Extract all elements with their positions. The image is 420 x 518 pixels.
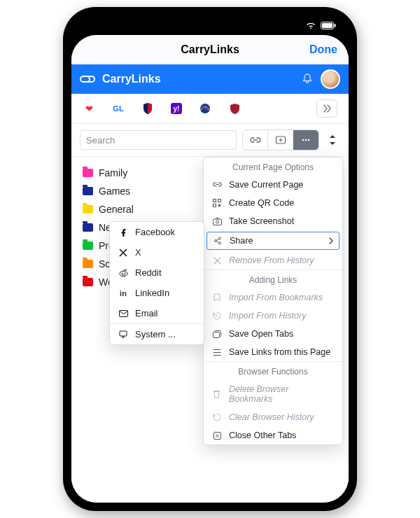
close-tabs-icon <box>212 432 222 440</box>
qr-icon <box>212 199 222 207</box>
share-facebook[interactable]: Facebook <box>110 222 204 242</box>
app-title: CarryLinks <box>102 73 161 85</box>
svg-rect-2 <box>335 24 336 27</box>
svg-rect-12 <box>213 219 221 225</box>
folder-icon <box>83 205 93 214</box>
svg-rect-18 <box>214 332 220 337</box>
svg-rect-10 <box>214 204 216 207</box>
more-button[interactable] <box>293 130 318 150</box>
more-menu: Current Page Options Save Current Page C… <box>203 157 343 445</box>
system-share-icon <box>118 330 128 338</box>
folder-label: Games <box>99 186 130 197</box>
svg-point-13 <box>216 220 218 223</box>
menu-section-current: Current Page Options <box>204 158 342 176</box>
svg-point-5 <box>302 139 304 141</box>
facebook-icon <box>118 228 128 237</box>
svg-point-23 <box>125 269 127 270</box>
list-icon <box>212 349 222 356</box>
fav-heart-icon[interactable]: ❤ <box>83 102 95 115</box>
expand-favorites-button[interactable] <box>316 99 337 118</box>
fav-yahoo-icon[interactable]: y! <box>171 103 182 114</box>
tabs-icon <box>212 330 222 338</box>
share-icon <box>213 237 223 245</box>
app-header: CarryLinks <box>71 64 349 94</box>
camera-icon <box>212 218 222 225</box>
folder-icon <box>83 241 93 250</box>
menu-section-browser: Browser Functions <box>204 362 342 380</box>
phone-frame: CarryLinks Done CarryLinks ❤ GL y! <box>63 7 357 511</box>
email-icon <box>118 310 128 317</box>
menu-delete-bookmarks: Delete Browser Bookmarks <box>204 380 342 408</box>
menu-close-other-tabs[interactable]: Close Other Tabs <box>204 426 342 444</box>
share-reddit[interactable]: Reddit <box>110 262 204 283</box>
menu-screenshot[interactable]: Take Screenshot <box>204 212 342 230</box>
toolbar-button-group <box>242 130 319 150</box>
svg-rect-25 <box>120 331 127 336</box>
menu-create-qr[interactable]: Create QR Code <box>204 194 342 212</box>
search-input[interactable]: Search <box>80 130 237 150</box>
svg-point-21 <box>121 272 122 274</box>
content-area: FamilyGamesGeneralNewsProSchWo Current P… <box>71 157 349 503</box>
share-email[interactable]: Email <box>110 303 204 323</box>
ios-navbar: CarryLinks Done <box>71 35 349 64</box>
folder-icon <box>83 169 93 177</box>
history-icon <box>212 413 222 421</box>
history-icon <box>212 312 222 320</box>
menu-section-adding: Adding Links <box>204 270 342 288</box>
folder-label: Family <box>99 167 127 178</box>
fav-harvard-icon[interactable] <box>228 102 241 115</box>
folder-icon <box>83 223 93 232</box>
svg-rect-9 <box>218 200 221 202</box>
menu-clear-history: Clear Browser History <box>204 408 342 426</box>
link-icon <box>212 181 222 190</box>
x-logo-icon <box>118 248 128 257</box>
svg-rect-1 <box>322 23 332 28</box>
folder-icon <box>83 187 93 195</box>
battery-icon <box>321 22 336 29</box>
screen: CarryLinks Done CarryLinks ❤ GL y! <box>71 35 349 503</box>
reddit-icon <box>118 269 128 277</box>
bookmark-icon <box>212 293 222 302</box>
x-icon <box>212 257 222 265</box>
fav-nfl-icon[interactable] <box>141 102 154 115</box>
svg-point-22 <box>124 272 125 274</box>
notifications-icon[interactable] <box>301 73 314 85</box>
toolbar: Search <box>71 124 349 157</box>
wifi-icon <box>305 21 316 29</box>
svg-point-7 <box>308 139 310 141</box>
folder-icon <box>83 278 93 286</box>
svg-point-6 <box>305 139 307 141</box>
menu-share[interactable]: Share <box>206 232 340 250</box>
trash-icon <box>212 390 222 398</box>
menu-import-bookmarks: Import From Bookmarks <box>204 288 342 307</box>
svg-rect-8 <box>214 200 216 202</box>
add-folder-button[interactable] <box>268 130 293 150</box>
fav-nasa-icon[interactable] <box>199 102 211 115</box>
app-logo-icon <box>80 74 95 84</box>
done-button[interactable]: Done <box>309 43 337 56</box>
folder-label: General <box>99 204 134 215</box>
chevron-right-icon <box>329 237 333 244</box>
menu-save-page[interactable]: Save Current Page <box>204 176 342 194</box>
share-submenu: Facebook X Reddit in LinkedIn Email <box>109 221 204 345</box>
favorites-strip: ❤ GL y! <box>71 94 349 124</box>
link-button[interactable] <box>243 130 268 150</box>
menu-remove-history: Remove From History <box>204 251 342 270</box>
menu-save-page-links[interactable]: Save Links from this Page <box>204 343 342 361</box>
svg-rect-11 <box>218 204 220 206</box>
share-linkedin[interactable]: in LinkedIn <box>110 283 204 303</box>
menu-save-open-tabs[interactable]: Save Open Tabs <box>204 325 342 343</box>
search-placeholder: Search <box>86 135 115 146</box>
menu-import-history: Import From History <box>204 307 342 325</box>
share-x[interactable]: X <box>110 242 204 262</box>
folder-icon <box>83 260 93 268</box>
share-system[interactable]: System ... <box>110 324 204 344</box>
sort-button[interactable] <box>325 130 340 150</box>
linkedin-icon: in <box>118 289 128 298</box>
avatar[interactable] <box>321 69 340 89</box>
fav-gl-icon[interactable]: GL <box>112 102 125 115</box>
page-title: CarryLinks <box>181 43 239 56</box>
status-bar <box>71 15 349 35</box>
